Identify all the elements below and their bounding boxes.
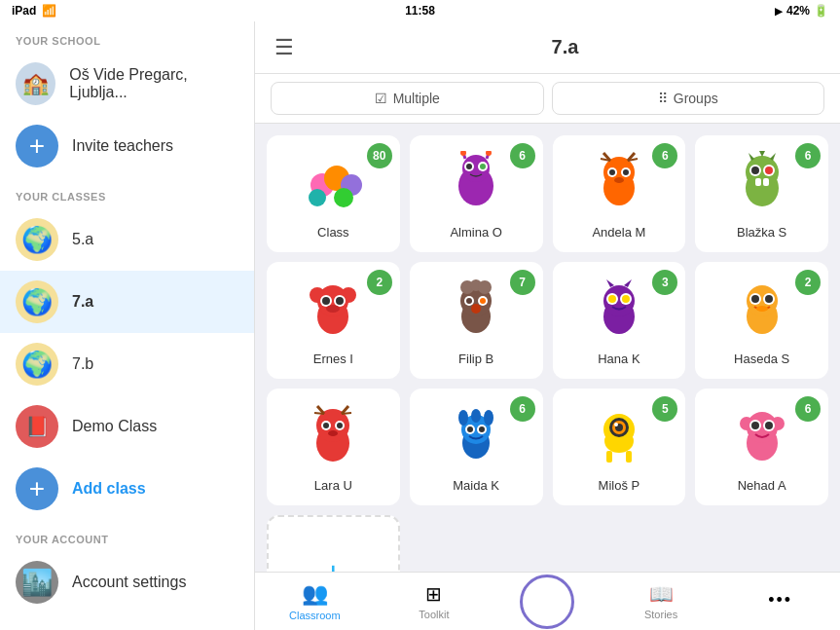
svg-point-85 bbox=[471, 409, 481, 423]
add-student-card[interactable]: + bbox=[267, 515, 400, 572]
svg-rect-93 bbox=[626, 451, 632, 463]
svg-point-4 bbox=[334, 188, 353, 207]
filip-avatar bbox=[446, 278, 506, 346]
student-card-almina[interactable]: 6 Almina O bbox=[410, 135, 543, 252]
svg-point-50 bbox=[478, 280, 492, 294]
nav-classroom[interactable]: 👥 Classroom bbox=[255, 575, 375, 627]
demo-class[interactable]: 📕 Demo Class bbox=[0, 395, 254, 458]
stories-label: Stories bbox=[644, 609, 677, 620]
svg-point-45 bbox=[326, 305, 340, 313]
svg-line-74 bbox=[314, 413, 324, 414]
svg-point-42 bbox=[322, 297, 330, 305]
add-class-icon: + bbox=[16, 467, 58, 510]
class-7a-label: 7.a bbox=[72, 293, 93, 311]
school-item[interactable]: 🏫 Oš Vide Pregarc, Ljublja... bbox=[0, 53, 254, 115]
svg-point-67 bbox=[751, 295, 759, 303]
student-card-blazka[interactable]: 6 Blažka bbox=[695, 135, 828, 252]
nehad-badge: 6 bbox=[795, 396, 821, 422]
main-header: ☰ 7.a bbox=[255, 21, 840, 74]
status-time: 11:58 bbox=[405, 4, 435, 18]
almina-name: Almina O bbox=[450, 225, 501, 240]
svg-rect-92 bbox=[606, 451, 612, 463]
main-content: ☰ 7.a ☑ Multiple ⠿ Groups 80 bbox=[255, 21, 840, 630]
account-settings-item[interactable]: 🏙️ Account settings bbox=[0, 551, 254, 613]
svg-point-24 bbox=[623, 169, 629, 175]
invite-plus-icon: + bbox=[16, 125, 58, 167]
more-icon: ••• bbox=[768, 590, 792, 611]
svg-point-70 bbox=[756, 306, 768, 312]
groups-icon: ⠿ bbox=[658, 91, 668, 106]
add-student-icon: + bbox=[323, 554, 344, 572]
svg-point-88 bbox=[467, 426, 473, 432]
svg-point-61 bbox=[622, 295, 630, 303]
class-7a-icon: 🌍 bbox=[16, 280, 58, 323]
multiple-icon: ☑ bbox=[375, 91, 387, 106]
battery-icon: 🔋 bbox=[814, 4, 828, 18]
svg-point-80 bbox=[337, 423, 343, 428]
hana-avatar bbox=[589, 278, 649, 346]
page-title: 7.a bbox=[310, 36, 821, 58]
school-name: Oš Vide Pregarc, Ljublja... bbox=[69, 66, 238, 101]
student-card-andela[interactable]: 6 Andela M bbox=[553, 135, 686, 252]
invite-teachers-item[interactable]: + Invite teachers bbox=[0, 115, 254, 177]
svg-marker-29 bbox=[759, 151, 765, 157]
svg-marker-63 bbox=[624, 279, 632, 287]
svg-point-3 bbox=[309, 189, 326, 206]
blazka-badge: 6 bbox=[795, 143, 821, 168]
class-5a-icon: 🌍 bbox=[16, 218, 58, 261]
nav-center-button[interactable] bbox=[520, 574, 574, 629]
milos-badge: 5 bbox=[652, 396, 677, 422]
student-card-hana[interactable]: 3 Hana K bbox=[553, 262, 686, 379]
add-class-item[interactable]: + Add class bbox=[0, 458, 254, 520]
svg-marker-62 bbox=[606, 279, 614, 287]
student-card-nehad[interactable]: 6 Nehad A bbox=[695, 389, 828, 505]
hamburger-icon[interactable]: ☰ bbox=[274, 35, 294, 60]
student-card-maida[interactable]: 6 Maida K bbox=[410, 389, 543, 505]
account-settings-label: Account settings bbox=[72, 574, 186, 591]
student-card-ernes[interactable]: 2 Ernes I bbox=[267, 262, 400, 379]
svg-point-52 bbox=[466, 298, 472, 304]
nav-stories[interactable]: 📖 Stories bbox=[602, 576, 721, 626]
student-card-haseda[interactable]: 2 Haseda S bbox=[695, 262, 828, 379]
nav-toolkit[interactable]: ⊞ Toolkit bbox=[375, 576, 494, 626]
almina-avatar bbox=[446, 151, 506, 219]
svg-point-22 bbox=[609, 169, 615, 175]
maida-avatar bbox=[446, 404, 506, 472]
filter-bar: ☑ Multiple ⠿ Groups bbox=[255, 74, 840, 124]
lara-avatar bbox=[303, 404, 363, 472]
class-5a-label: 5.a bbox=[72, 231, 93, 248]
svg-point-84 bbox=[458, 410, 468, 426]
svg-rect-36 bbox=[763, 178, 769, 186]
status-bar: iPad 📶 11:58 ▶ 42% 🔋 bbox=[0, 0, 840, 21]
location-icon: ▶ bbox=[775, 6, 783, 17]
svg-point-106 bbox=[765, 422, 773, 429]
groups-filter-btn[interactable]: ⠿ Groups bbox=[552, 82, 825, 115]
student-card-milos[interactable]: 5 Miloš P bbox=[553, 389, 686, 505]
andela-badge: 6 bbox=[652, 143, 677, 168]
ernes-badge: 2 bbox=[367, 270, 392, 295]
student-card-lara[interactable]: Lara U bbox=[267, 389, 400, 505]
class-5a[interactable]: 🌍 5.a bbox=[0, 208, 254, 271]
multiple-filter-btn[interactable]: ☑ Multiple bbox=[271, 82, 544, 115]
class-7b[interactable]: 🌍 7.b bbox=[0, 333, 254, 395]
add-class-label: Add class bbox=[72, 480, 146, 498]
maida-badge: 6 bbox=[510, 396, 535, 422]
battery-percent: 42% bbox=[786, 4, 810, 18]
student-card-filip[interactable]: 7 Filip B bbox=[410, 262, 543, 379]
svg-point-32 bbox=[751, 167, 759, 174]
your-account-label: YOUR ACCOUNT bbox=[0, 520, 254, 551]
demo-class-icon: 📕 bbox=[16, 405, 58, 448]
svg-point-10 bbox=[480, 164, 486, 169]
svg-point-90 bbox=[479, 426, 485, 432]
groups-label: Groups bbox=[674, 91, 718, 106]
device-name: iPad bbox=[12, 4, 36, 18]
nehad-name: Nehad A bbox=[738, 478, 786, 493]
demo-class-label: Demo Class bbox=[72, 418, 157, 435]
toolkit-icon: ⊞ bbox=[425, 582, 442, 606]
hana-name: Hana K bbox=[598, 352, 639, 366]
student-card-class[interactable]: 80 Class bbox=[267, 135, 400, 252]
class-avatar bbox=[303, 151, 363, 219]
class-7a[interactable]: 🌍 7.a bbox=[0, 271, 254, 333]
nav-more[interactable]: ••• bbox=[720, 584, 840, 619]
classroom-label: Classroom bbox=[289, 610, 341, 621]
